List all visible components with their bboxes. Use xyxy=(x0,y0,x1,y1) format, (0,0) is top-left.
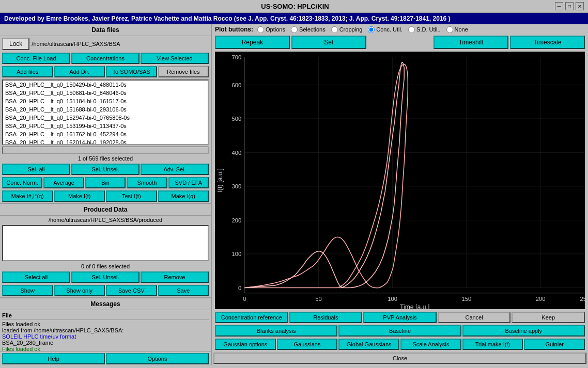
processing-row2: Make I#,I*(q) Make I(t) Test I(t) Make I… xyxy=(0,189,211,203)
radio-input-opt_cropping[interactable] xyxy=(331,26,338,33)
left-panel: Data files Lock /home/ultrascan/HPLC_SAX… xyxy=(0,24,212,365)
lock-button[interactable]: Lock xyxy=(2,38,29,50)
file-item[interactable]: BSA_20_HPLC__lt_q0_151184-bi-0_161517-0s xyxy=(3,97,208,105)
timeshift-button[interactable]: Timeshift xyxy=(434,36,508,49)
to-somo-sas-button[interactable]: To SOMO/SAS xyxy=(106,66,157,77)
action-buttons-row: Repeak Set Timeshift Timescale xyxy=(212,35,588,50)
adv-sel-button[interactable]: Adv. Sel. xyxy=(141,164,209,175)
file-count: 1 of 569 files selected xyxy=(0,154,211,163)
remove-produced-button[interactable]: Remove xyxy=(141,271,209,283)
developer-bar: Developed by Emre Brookes, Javier Pérez,… xyxy=(0,13,588,24)
produced-sel-unsel-button[interactable]: Sel. Unsel. xyxy=(71,271,140,283)
file-item[interactable]: BSA_20_HPLC__lt_q0_150681-bi-0_848046-0s xyxy=(3,89,208,97)
global-gaussians-button[interactable]: Global Gaussians xyxy=(338,339,399,350)
developer-text: Developed by Emre Brookes, Javier Pérez,… xyxy=(4,15,451,22)
save-button[interactable]: Save xyxy=(158,285,209,296)
file-item[interactable]: BSA_20_HPLC__lt_q0_162014-bi-0_192028-0s xyxy=(3,138,208,145)
baseline-button[interactable]: Baseline xyxy=(338,325,461,337)
svg-text:250: 250 xyxy=(580,296,585,302)
add-dir-button[interactable]: Add Dir. xyxy=(54,66,105,77)
options-button[interactable]: Options xyxy=(106,353,209,364)
save-csv-button[interactable]: Save CSV xyxy=(106,285,157,296)
make-i-t-button[interactable]: Make I(t) xyxy=(54,190,105,202)
messages-content: File Files loaded okloaded from /home/ul… xyxy=(0,310,211,351)
test-i-t-button[interactable]: Test I(t) xyxy=(106,190,157,202)
radio-option-opt_options[interactable]: Options xyxy=(257,26,285,33)
radio-input-opt_none[interactable] xyxy=(446,26,453,33)
make-i-q-button[interactable]: Make I(q) xyxy=(158,190,209,202)
repeak-button[interactable]: Repeak xyxy=(215,36,290,49)
show-button[interactable]: Show xyxy=(2,285,53,296)
set-button[interactable]: Set xyxy=(291,36,366,49)
file-item[interactable]: BSA_20_HPLC__lt_q0_150429-bi-0_488011-0s xyxy=(3,81,208,89)
radio-option-opt_cropping[interactable]: Cropping xyxy=(331,26,363,33)
scale-analysis-button[interactable]: Scale Analysis xyxy=(400,339,461,350)
radio-input-opt_options[interactable] xyxy=(257,26,264,33)
radio-input-opt_sd_util[interactable] xyxy=(408,26,415,33)
bottom-action-row3: Gaussian options Gaussians Global Gaussi… xyxy=(212,338,588,351)
make-i-star-button[interactable]: Make I#,I*(q) xyxy=(2,190,53,202)
produced-action-row: Show Show only Save CSV Save xyxy=(0,284,211,297)
radio-input-opt_conc_util[interactable] xyxy=(368,26,375,33)
add-files-button[interactable]: Add files xyxy=(2,66,53,77)
add-files-row: Add files Add Dir. To SOMO/SAS Remove fi… xyxy=(0,65,211,78)
produced-data-header: Produced Data xyxy=(0,204,211,216)
file-list-scrollbar[interactable] xyxy=(2,147,209,154)
title-bar: US-SOMO: HPLC/KIN ─ □ ✕ xyxy=(0,0,588,13)
keep-button[interactable]: Keep xyxy=(512,312,585,323)
radio-input-opt_selections[interactable] xyxy=(291,26,298,33)
message-file-menu: File xyxy=(2,312,209,320)
message-item: SOLEIL HPLC time/uv format xyxy=(2,333,209,340)
window-controls[interactable]: ─ □ ✕ xyxy=(555,2,584,10)
concentration-reference-button[interactable]: Concentration reference xyxy=(215,312,288,323)
svg-text:100: 100 xyxy=(231,251,241,257)
svg-text:200: 200 xyxy=(231,217,241,223)
remove-files-button[interactable]: Remove files xyxy=(158,66,209,77)
baseline-apply-button[interactable]: Baseline apply xyxy=(462,325,585,337)
svg-text:600: 600 xyxy=(231,82,241,88)
close-button[interactable]: ✕ xyxy=(576,2,584,10)
maximize-button[interactable]: □ xyxy=(565,2,574,10)
file-item[interactable]: BSA_20_HPLC__lt_q0_161762-bi-0_452294-0s xyxy=(3,130,208,138)
close-window-button[interactable]: Close xyxy=(213,353,586,364)
residuals-button[interactable]: Residuals xyxy=(289,312,363,323)
trial-make-i-t-button[interactable]: Trial make I(t) xyxy=(462,339,523,350)
guinier-button[interactable]: Guinier xyxy=(524,339,585,350)
radio-option-opt_selections[interactable]: Selections xyxy=(291,26,326,33)
sel-unsel-button[interactable]: Sel. Unsel. xyxy=(71,164,140,175)
radio-label-opt_selections: Selections xyxy=(299,26,326,33)
cancel-button[interactable]: Cancel xyxy=(438,312,511,323)
smooth-button[interactable]: Smooth xyxy=(127,177,167,188)
file-item[interactable]: BSA_20_HPLC__lt_q0_152947-bi-0_0765808-0… xyxy=(3,114,208,122)
radio-option-opt_conc_util[interactable]: Conc. Util. xyxy=(368,26,403,33)
produced-sel-row: Select all Sel. Unsel. Remove xyxy=(0,270,211,284)
svg-text:0: 0 xyxy=(238,284,241,291)
svd-efa-button[interactable]: SVD / EFA xyxy=(168,177,209,188)
produced-list[interactable] xyxy=(2,225,209,261)
view-selected-button[interactable]: View Selected xyxy=(141,53,209,64)
blanks-analysis-button[interactable]: Blanks analysis xyxy=(215,325,337,337)
file-item[interactable]: BSA_20_HPLC__lt_q0_151688-bi-0_293106-0s xyxy=(3,105,208,114)
timescale-button[interactable]: Timescale xyxy=(510,36,585,49)
radio-option-opt_sd_util[interactable]: S.D. Util.. xyxy=(408,26,440,33)
svg-text:0: 0 xyxy=(243,296,246,302)
average-button[interactable]: Average xyxy=(43,177,84,188)
message-item: Files loaded ok xyxy=(2,321,209,327)
select-all-button[interactable]: Select all xyxy=(2,271,70,283)
conc-file-load-button[interactable]: Conc. File Load xyxy=(2,53,70,64)
pvp-analysis-button[interactable]: PVP Analysis xyxy=(363,312,437,323)
help-button[interactable]: Help xyxy=(2,353,105,364)
file-item[interactable]: BSA_20_HPLC__lt_q0_153199-bi-0_113437-0s xyxy=(3,122,208,130)
bin-button[interactable]: Bin xyxy=(85,177,126,188)
gaussian-options-button[interactable]: Gaussian options xyxy=(215,339,276,350)
radio-option-opt_none[interactable]: None xyxy=(446,26,468,33)
chart-svg: 0 100 200 300 400 500 600 700 0 50 100 1… xyxy=(215,52,585,309)
sel-all-button[interactable]: Sel. all xyxy=(2,164,70,175)
concentrations-button[interactable]: Concentrations xyxy=(71,53,140,64)
minimize-button[interactable]: ─ xyxy=(555,2,563,10)
gaussians-button[interactable]: Gaussians xyxy=(277,339,338,350)
conc-norm-button[interactable]: Conc. Norm. xyxy=(2,177,42,188)
show-only-button[interactable]: Show only xyxy=(54,285,105,296)
plot-buttons-label: Plot buttons: xyxy=(215,26,253,33)
file-list-container[interactable]: BSA_20_HPLC__lt_q0_150429-bi-0_488011-0s… xyxy=(2,79,209,145)
